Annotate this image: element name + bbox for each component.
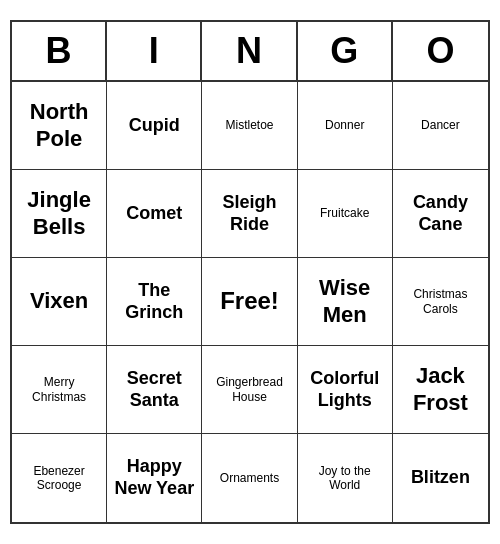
bingo-header: BINGO bbox=[12, 22, 488, 82]
bingo-cell: Jack Frost bbox=[393, 346, 488, 434]
bingo-cell: Wise Men bbox=[298, 258, 393, 346]
bingo-cell: Happy New Year bbox=[107, 434, 202, 522]
bingo-cell: Vixen bbox=[12, 258, 107, 346]
bingo-cell: Jingle Bells bbox=[12, 170, 107, 258]
header-letter: I bbox=[107, 22, 202, 80]
bingo-cell: Blitzen bbox=[393, 434, 488, 522]
bingo-cell: Comet bbox=[107, 170, 202, 258]
bingo-cell: Donner bbox=[298, 82, 393, 170]
bingo-cell: Sleigh Ride bbox=[202, 170, 297, 258]
bingo-cell: Fruitcake bbox=[298, 170, 393, 258]
header-letter: G bbox=[298, 22, 393, 80]
bingo-cell: Free! bbox=[202, 258, 297, 346]
bingo-cell: Colorful Lights bbox=[298, 346, 393, 434]
bingo-cell: Secret Santa bbox=[107, 346, 202, 434]
header-letter: N bbox=[202, 22, 297, 80]
header-letter: O bbox=[393, 22, 488, 80]
bingo-cell: Candy Cane bbox=[393, 170, 488, 258]
bingo-cell: North Pole bbox=[12, 82, 107, 170]
bingo-grid: North PoleCupidMistletoeDonnerDancerJing… bbox=[12, 82, 488, 522]
bingo-cell: Cupid bbox=[107, 82, 202, 170]
bingo-cell: Mistletoe bbox=[202, 82, 297, 170]
bingo-cell: Joy to the World bbox=[298, 434, 393, 522]
bingo-cell: Dancer bbox=[393, 82, 488, 170]
bingo-cell: Merry Christmas bbox=[12, 346, 107, 434]
bingo-cell: Christmas Carols bbox=[393, 258, 488, 346]
bingo-cell: Ebenezer Scrooge bbox=[12, 434, 107, 522]
bingo-card: BINGO North PoleCupidMistletoeDonnerDanc… bbox=[10, 20, 490, 524]
bingo-cell: Ornaments bbox=[202, 434, 297, 522]
bingo-cell: Gingerbread House bbox=[202, 346, 297, 434]
header-letter: B bbox=[12, 22, 107, 80]
bingo-cell: The Grinch bbox=[107, 258, 202, 346]
